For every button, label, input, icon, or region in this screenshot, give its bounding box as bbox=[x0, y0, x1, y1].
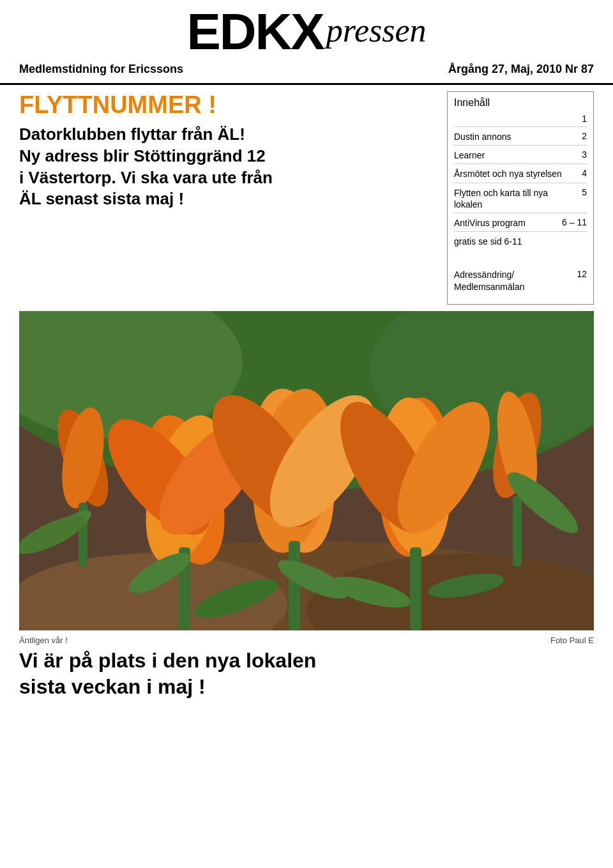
bottom-line1: Vi är på plats i den nya lokalen bbox=[19, 649, 316, 672]
toc-item-5: AntiVirus program 6 – 11 bbox=[454, 217, 587, 232]
flower-svg bbox=[19, 311, 594, 630]
toc-item-0: 1 bbox=[454, 114, 587, 127]
toc-item-text-1: Dustin annons bbox=[454, 131, 582, 142]
flower-image bbox=[19, 311, 594, 630]
toc-title: Innehåll bbox=[454, 97, 587, 109]
bottom-line2: sista veckan i maj ! bbox=[19, 675, 206, 698]
toc-item-page-3: 4 bbox=[582, 168, 587, 178]
toc-item-1: Dustin annons 2 bbox=[454, 131, 587, 146]
image-area: Äntligen vår ! Foto Paul E bbox=[19, 311, 594, 648]
svg-rect-30 bbox=[513, 496, 522, 567]
toc-item-text-4: Flytten och karta till nya lokalen bbox=[454, 187, 582, 210]
flytt-line1: Datorklubben flyttar från ÄL! bbox=[19, 125, 245, 144]
toc-item-learner: Learner 3 bbox=[454, 149, 587, 164]
toc-item-page-7: 12 bbox=[577, 269, 587, 279]
subtitle-left: Medlemstidning for Ericssons bbox=[19, 63, 183, 76]
toc-item-text-3: Årsmötet och nya styrelsen bbox=[454, 168, 582, 179]
toc-item-page-5: 6 – 11 bbox=[562, 217, 587, 227]
toc-item-page-0: 1 bbox=[582, 114, 587, 124]
logo-edkx: EDKX bbox=[186, 6, 323, 57]
toc-item-page-1: 2 bbox=[582, 131, 587, 141]
flytt-body: Datorklubben flyttar från ÄL! Ny adress … bbox=[19, 124, 434, 210]
flytt-title: FLYTTNUMMER ! bbox=[19, 91, 434, 119]
main-content: FLYTTNUMMER ! Datorklubben flyttar från … bbox=[0, 85, 613, 311]
toc-item-text-2: Learner bbox=[454, 149, 582, 161]
toc-item-6: gratis se sid 6-11 bbox=[454, 236, 587, 250]
toc-item-7: Adressändring/ Medlemsanmälan 12 bbox=[454, 269, 587, 294]
toc-item-text-5: AntiVirus program bbox=[454, 217, 562, 229]
toc-item-4: Flytten och karta till nya lokalen 5 bbox=[454, 187, 587, 213]
left-column: FLYTTNUMMER ! Datorklubben flyttar från … bbox=[19, 91, 434, 305]
toc-item-text-6: gratis se sid 6-11 bbox=[454, 236, 587, 247]
toc-item-3: Årsmötet och nya styrelsen 4 bbox=[454, 168, 587, 183]
header: EDKX pressen Medlemstidning for Ericsson… bbox=[0, 0, 613, 85]
toc-box: Innehåll 1 Dustin annons 2 Learner 3 Års… bbox=[447, 91, 594, 305]
caption-right: Foto Paul E bbox=[550, 636, 594, 645]
toc-item-page-4: 5 bbox=[582, 187, 587, 197]
bottom-text: Vi är på plats i den nya lokalen sista v… bbox=[0, 648, 613, 713]
svg-rect-17 bbox=[289, 541, 300, 630]
svg-rect-23 bbox=[410, 547, 421, 630]
subheader: Medlemstidning for Ericssons Årgång 27, … bbox=[19, 60, 594, 80]
right-column: Innehåll 1 Dustin annons 2 Learner 3 Års… bbox=[447, 91, 594, 305]
bottom-text-main: Vi är på plats i den nya lokalen sista v… bbox=[19, 648, 594, 701]
flytt-line3: i Västertorp. Vi ska vara ute från bbox=[19, 168, 273, 187]
flytt-line4: ÄL senast sista maj ! bbox=[19, 189, 184, 208]
caption-area: Äntligen vår ! Foto Paul E bbox=[19, 630, 594, 648]
toc-item-page-2: 3 bbox=[582, 149, 587, 160]
caption-left: Äntligen vår ! bbox=[19, 636, 68, 645]
subtitle-right: Årgång 27, Maj, 2010 Nr 87 bbox=[448, 63, 594, 76]
flytt-line2: Ny adress blir Stöttinggränd 12 bbox=[19, 146, 266, 165]
logo-area: EDKX pressen bbox=[19, 6, 594, 57]
toc-item-text-7: Adressändring/ Medlemsanmälan bbox=[454, 269, 577, 292]
logo-pressen: pressen bbox=[326, 11, 427, 49]
